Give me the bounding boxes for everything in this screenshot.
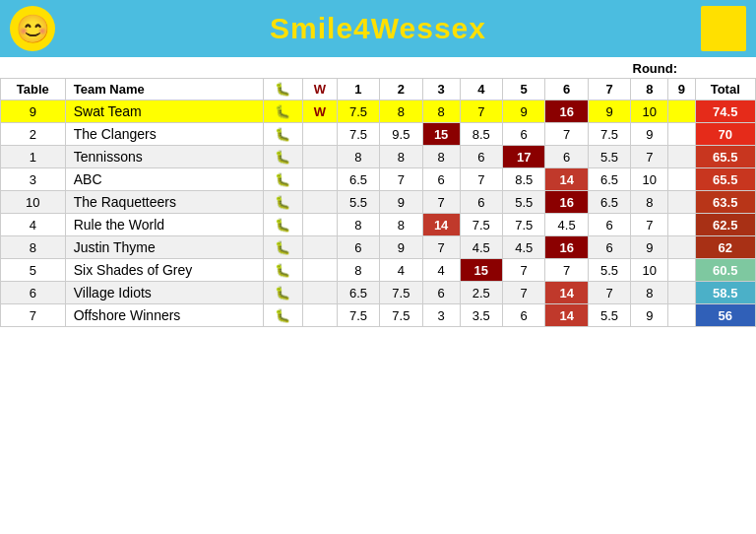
header-right-logo: [701, 6, 746, 51]
cell-w-icon: [303, 304, 338, 327]
cell-total: 65.5: [695, 168, 756, 191]
col-total: Total: [695, 79, 756, 100]
round-label: Round:: [0, 57, 756, 78]
cell-team-name: Justin Thyme: [65, 236, 263, 259]
cell-r4: 6: [460, 146, 502, 168]
cell-r6: 7: [545, 259, 588, 282]
cell-team-name: ABC: [65, 168, 263, 191]
cell-total: 56: [695, 304, 756, 327]
cell-r9: [668, 123, 695, 146]
cell-team-name: The Clangers: [65, 123, 263, 146]
cell-table-num: 1: [1, 146, 66, 168]
cell-r5: 8.5: [503, 168, 545, 191]
cell-r6: 7: [545, 123, 588, 146]
cell-team-name: Offshore Winners: [65, 304, 263, 327]
cell-r8: 10: [631, 259, 668, 282]
cell-r8: 9: [631, 236, 668, 259]
table-row: 6Village Idiots🐛6.57.562.57147858.5: [1, 282, 756, 304]
cell-r5: 7: [503, 259, 545, 282]
cell-table-num: 3: [1, 168, 66, 191]
cell-total: 58.5: [695, 282, 756, 304]
cell-bug-icon: 🐛: [263, 214, 302, 236]
cell-r5: 9: [503, 100, 545, 123]
col-r6: 6: [545, 79, 588, 100]
cell-r4: 7: [460, 168, 502, 191]
cell-total: 62: [695, 236, 756, 259]
cell-total: 70: [695, 123, 756, 146]
cell-r3: 8: [422, 146, 460, 168]
cell-bug-icon: 🐛: [263, 146, 302, 168]
cell-r9: [668, 304, 695, 327]
col-r2: 2: [380, 79, 422, 100]
cell-r4: 6: [460, 191, 502, 214]
cell-table-num: 2: [1, 123, 66, 146]
cell-r9: [668, 236, 695, 259]
table-row: 2The Clangers🐛7.59.5158.5677.5970: [1, 123, 756, 146]
cell-r7: 7: [588, 282, 630, 304]
cell-r3: 8: [422, 100, 460, 123]
cell-r7: 6.5: [588, 191, 630, 214]
cell-r8: 7: [631, 146, 668, 168]
cell-r7: 7.5: [588, 123, 630, 146]
cell-r3: 4: [422, 259, 460, 282]
col-r4: 4: [460, 79, 502, 100]
cell-r7: 6.5: [588, 168, 630, 191]
cell-table-num: 5: [1, 259, 66, 282]
col-table: Table: [1, 79, 66, 100]
col-bug: 🐛: [263, 79, 302, 100]
table-row: 8Justin Thyme🐛6974.54.5166962: [1, 236, 756, 259]
cell-r5: 7: [503, 282, 545, 304]
cell-bug-icon: 🐛: [263, 282, 302, 304]
cell-r8: 9: [631, 123, 668, 146]
cell-r1: 6.5: [337, 282, 379, 304]
cell-r2: 7.5: [380, 304, 422, 327]
header: 😊 Smile4Wessex: [0, 0, 756, 57]
cell-r9: [668, 214, 695, 236]
cell-r4: 4.5: [460, 236, 502, 259]
cell-bug-icon: 🐛: [263, 304, 302, 327]
cell-r5: 17: [503, 146, 545, 168]
cell-w-icon: [303, 191, 338, 214]
cell-r1: 7.5: [337, 100, 379, 123]
cell-r1: 7.5: [337, 304, 379, 327]
cell-r6: 4.5: [545, 214, 588, 236]
cell-r9: [668, 168, 695, 191]
cell-w-icon: [303, 146, 338, 168]
cell-r1: 8: [337, 214, 379, 236]
cell-r5: 7.5: [503, 214, 545, 236]
cell-team-name: Swat Team: [65, 100, 263, 123]
cell-r3: 15: [422, 123, 460, 146]
cell-r8: 8: [631, 191, 668, 214]
cell-r8: 7: [631, 214, 668, 236]
cell-r3: 3: [422, 304, 460, 327]
cell-w-icon: [303, 259, 338, 282]
cell-r2: 9: [380, 191, 422, 214]
cell-r3: 7: [422, 191, 460, 214]
cell-r1: 6: [337, 236, 379, 259]
cell-w-icon: [303, 214, 338, 236]
cell-r1: 6.5: [337, 168, 379, 191]
cell-r9: [668, 146, 695, 168]
cell-r6: 6: [545, 146, 588, 168]
cell-r3: 14: [422, 214, 460, 236]
table-row: 9Swat Team🐛W7.588791691074.5: [1, 100, 756, 123]
cell-w-icon: W: [303, 100, 338, 123]
cell-table-num: 7: [1, 304, 66, 327]
table-row: 10The Raquetteers🐛5.59765.5166.5863.5: [1, 191, 756, 214]
cell-r8: 9: [631, 304, 668, 327]
cell-r8: 10: [631, 168, 668, 191]
cell-r5: 6: [503, 304, 545, 327]
cell-bug-icon: 🐛: [263, 168, 302, 191]
cell-r2: 9: [380, 236, 422, 259]
cell-r3: 7: [422, 236, 460, 259]
cell-bug-icon: 🐛: [263, 259, 302, 282]
col-team: Team Name: [65, 79, 263, 100]
cell-r6: 14: [545, 282, 588, 304]
cell-r2: 9.5: [380, 123, 422, 146]
cell-w-icon: [303, 236, 338, 259]
cell-r2: 4: [380, 259, 422, 282]
cell-bug-icon: 🐛: [263, 191, 302, 214]
cell-w-icon: [303, 282, 338, 304]
cell-r1: 7.5: [337, 123, 379, 146]
cell-bug-icon: 🐛: [263, 236, 302, 259]
